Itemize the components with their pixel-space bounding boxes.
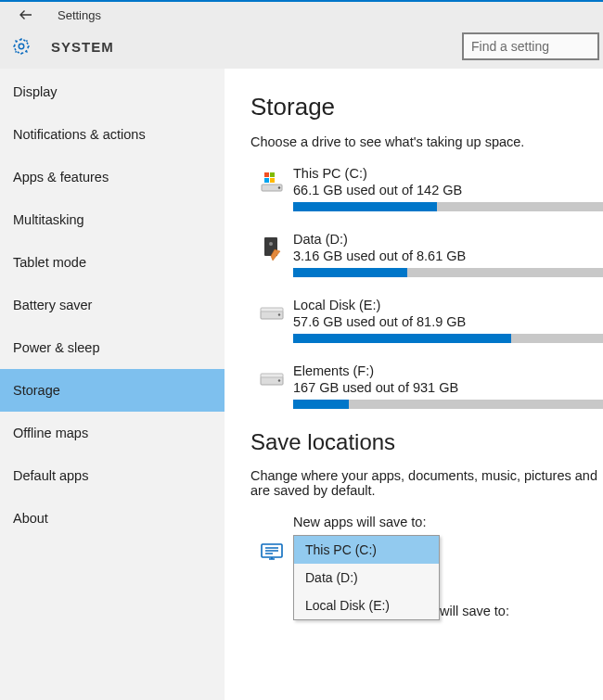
dropdown-option-label: Local Disk (E:) xyxy=(305,598,390,613)
sidebar-item-offline-maps[interactable]: Offline maps xyxy=(0,412,225,454)
titlebar: Settings SYSTEM xyxy=(0,2,603,69)
sidebar-item-about[interactable]: About xyxy=(0,497,225,540)
svg-point-3 xyxy=(278,186,280,188)
truncated-label: will save to: xyxy=(440,604,509,618)
sidebar-item-label: Storage xyxy=(13,383,60,398)
drive-name: This PC (C:) xyxy=(293,166,603,181)
arrow-left-icon xyxy=(18,6,34,23)
svg-rect-5 xyxy=(270,172,275,177)
drive-usage: 57.6 GB used out of 81.9 GB xyxy=(293,314,603,329)
page-subheading: Choose a drive to see what's taking up s… xyxy=(250,134,603,149)
svg-point-11 xyxy=(278,313,280,315)
sidebar-item-label: Apps & features xyxy=(13,170,109,185)
sidebar-item-label: Default apps xyxy=(13,468,88,483)
sidebar-item-label: Offline maps xyxy=(13,426,88,440)
dropdown-option-label: This PC (C:) xyxy=(305,542,377,557)
dropdown-option-label: Data (D:) xyxy=(305,570,358,585)
section-title: SYSTEM xyxy=(51,39,114,55)
save-locations-subheading: Change where your apps, documents, music… xyxy=(250,468,603,498)
sidebar-item-power-sleep[interactable]: Power & sleep xyxy=(0,326,225,369)
usage-bar-fill xyxy=(293,400,349,409)
sidebar-item-label: Tablet mode xyxy=(13,255,86,270)
content: Storage Choose a drive to see what's tak… xyxy=(225,69,603,700)
dropdown-option[interactable]: Data (D:) xyxy=(294,564,439,592)
sidebar-item-storage[interactable]: Storage xyxy=(0,369,225,412)
usage-bar-fill xyxy=(293,268,407,277)
svg-rect-4 xyxy=(264,172,269,177)
search-input[interactable] xyxy=(462,32,599,60)
gear-icon xyxy=(11,36,32,57)
usage-bar-fill xyxy=(293,202,437,211)
usage-bar xyxy=(293,334,603,343)
usage-bar xyxy=(293,400,603,409)
save-locations-heading: Save locations xyxy=(250,429,603,455)
sidebar-item-tablet-mode[interactable]: Tablet mode xyxy=(0,241,225,284)
sidebar-item-display[interactable]: Display xyxy=(0,70,225,113)
drive-name: Local Disk (E:) xyxy=(293,298,603,312)
new-apps-label: New apps will save to: xyxy=(293,515,603,529)
sidebar-item-apps-features[interactable]: Apps & features xyxy=(0,156,225,198)
svg-point-9 xyxy=(269,242,273,246)
usage-bar-fill xyxy=(293,334,511,343)
titlebar-bottom: SYSTEM xyxy=(0,28,603,67)
drive-icon xyxy=(250,298,293,343)
drive-name: Data (D:) xyxy=(293,232,603,247)
dropdown-option[interactable]: This PC (C:) xyxy=(294,536,439,564)
sidebar: DisplayNotifications & actionsApps & fea… xyxy=(0,69,225,700)
page-title: Storage xyxy=(250,93,603,121)
svg-rect-6 xyxy=(264,178,269,183)
drive-name: Elements (F:) xyxy=(293,363,603,378)
windows-drive-icon xyxy=(250,166,293,211)
drive-list: This PC (C:)66.1 GB used out of 142 GBDa… xyxy=(250,166,603,409)
drive-row[interactable]: This PC (C:)66.1 GB used out of 142 GB xyxy=(250,166,603,211)
svg-rect-15 xyxy=(261,374,283,377)
sidebar-item-label: Display xyxy=(13,84,58,99)
window-title: Settings xyxy=(58,8,101,22)
save-location-dropdown[interactable]: This PC (C:)Data (D:)Local Disk (E:) xyxy=(293,535,440,620)
drive-usage: 66.1 GB used out of 142 GB xyxy=(293,183,603,197)
sidebar-item-battery-saver[interactable]: Battery saver xyxy=(0,284,225,326)
svg-point-14 xyxy=(278,379,280,381)
sidebar-item-label: Battery saver xyxy=(13,298,92,312)
drive-icon xyxy=(250,363,293,409)
sidebar-item-label: Power & sleep xyxy=(13,340,100,355)
sidebar-item-default-apps[interactable]: Default apps xyxy=(0,454,225,497)
sidebar-item-label: About xyxy=(13,511,48,526)
drive-row[interactable]: Local Disk (E:)57.6 GB used out of 81.9 … xyxy=(250,298,603,343)
sidebar-item-multitasking[interactable]: Multitasking xyxy=(0,198,225,241)
sidebar-item-label: Notifications & actions xyxy=(13,127,146,142)
drive-usage: 167 GB used out of 931 GB xyxy=(293,380,603,395)
drive-row[interactable]: Data (D:)3.16 GB used out of 8.61 GB xyxy=(250,232,603,277)
hdd-check-icon xyxy=(250,232,293,277)
drive-row[interactable]: Elements (F:)167 GB used out of 931 GB xyxy=(250,363,603,409)
settings-window: Settings SYSTEM DisplayNotifications & a… xyxy=(0,0,603,700)
monitor-icon xyxy=(250,515,293,620)
dropdown-option[interactable]: Local Disk (E:) xyxy=(294,592,439,619)
titlebar-top: Settings xyxy=(0,2,603,28)
drive-usage: 3.16 GB used out of 8.61 GB xyxy=(293,248,603,263)
svg-rect-12 xyxy=(261,308,283,312)
usage-bar xyxy=(293,202,603,211)
sidebar-item-label: Multitasking xyxy=(13,212,84,227)
back-button[interactable] xyxy=(15,4,37,26)
svg-point-0 xyxy=(19,44,24,49)
svg-point-1 xyxy=(15,40,29,54)
svg-rect-7 xyxy=(270,178,275,183)
usage-bar xyxy=(293,268,603,277)
sidebar-item-notifications-actions[interactable]: Notifications & actions xyxy=(0,113,225,156)
